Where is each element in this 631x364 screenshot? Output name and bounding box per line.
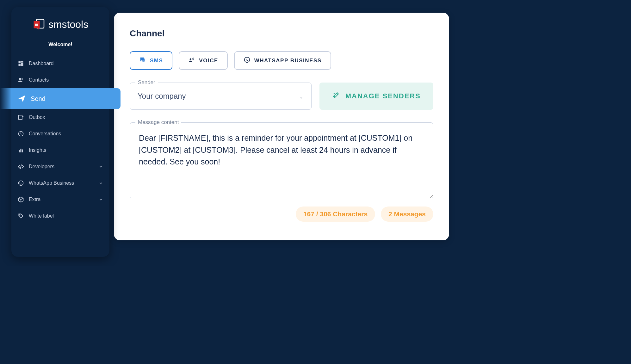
svg-point-9 — [22, 78, 23, 80]
sidebar-item-outbox[interactable]: Outbox — [11, 109, 109, 126]
sidebar-item-label: Outbox — [29, 114, 103, 120]
message-label: Message content — [135, 119, 181, 126]
svg-rect-4 — [19, 61, 21, 64]
whatsapp-icon — [18, 180, 24, 186]
box-icon — [18, 196, 24, 203]
send-icon — [18, 95, 26, 103]
sender-select[interactable]: Your company — [130, 83, 312, 110]
tools-icon — [332, 91, 340, 101]
sidebar-item-extra[interactable]: Extra — [11, 191, 109, 208]
message-field: Message content — [130, 122, 433, 200]
page-title: Channel — [130, 28, 433, 39]
channel-tabs: SMS VOICE WHATSAPP BUSINESS — [130, 51, 433, 70]
counters: 167 / 306 Characters 2 Messages — [130, 207, 433, 222]
sidebar-item-label: Dashboard — [29, 61, 103, 66]
sender-value: Your company — [138, 92, 186, 101]
svg-rect-7 — [19, 64, 21, 66]
svg-rect-10 — [19, 115, 22, 119]
chevron-down-icon — [99, 197, 103, 202]
svg-point-18 — [244, 57, 250, 63]
logo-text: smstools — [48, 19, 88, 30]
sidebar-item-dashboard[interactable]: Dashboard — [11, 55, 109, 72]
sidebar-item-label: Extra — [29, 197, 94, 202]
svg-rect-5 — [21, 61, 23, 63]
main-card: Channel SMS VOICE WHATSAPP BUSINESS Send… — [114, 13, 449, 240]
voice-icon — [188, 56, 195, 65]
tab-voice[interactable]: VOICE — [179, 51, 227, 70]
chevron-down-icon — [99, 164, 103, 169]
sidebar-item-whatsapp-business[interactable]: WhatsApp Business — [11, 175, 109, 191]
char-counter: 167 / 306 Characters — [296, 207, 375, 222]
svg-point-16 — [19, 214, 20, 215]
logo: smstools — [11, 18, 109, 31]
svg-rect-13 — [20, 149, 21, 152]
sidebar-item-white-label[interactable]: White label — [11, 208, 109, 224]
whitelabel-icon — [18, 213, 24, 219]
dropdown-icon — [299, 94, 304, 99]
manage-senders-button[interactable]: MANAGE SENDERS — [319, 83, 433, 110]
sidebar-item-label: White label — [29, 213, 103, 219]
svg-rect-14 — [22, 150, 23, 152]
svg-point-17 — [190, 58, 192, 60]
svg-point-8 — [19, 78, 21, 80]
message-textarea[interactable] — [130, 122, 433, 198]
dashboard-icon — [18, 60, 24, 67]
insights-icon — [18, 147, 24, 153]
sidebar-item-label: Contacts — [29, 77, 103, 83]
tab-sms[interactable]: SMS — [130, 51, 172, 70]
sidebar-item-label: Developers — [29, 164, 94, 170]
sidebar-item-send[interactable]: Send — [11, 88, 121, 109]
conversations-icon — [18, 131, 24, 137]
tab-label: WHATSAPP BUSINESS — [254, 58, 322, 64]
contacts-icon — [18, 77, 24, 83]
sidebar-item-label: Send — [31, 95, 114, 102]
sidebar-item-label: WhatsApp Business — [29, 180, 94, 186]
sidebar-item-insights[interactable]: Insights — [11, 142, 109, 158]
logo-icon — [33, 18, 45, 31]
sidebar: smstools Welcome! Dashboard Contacts Sen… — [11, 7, 109, 257]
svg-rect-12 — [19, 150, 20, 152]
sidebar-item-label: Conversations — [29, 131, 103, 137]
whatsapp-icon — [244, 56, 251, 65]
sender-label: Sender — [135, 79, 158, 86]
sidebar-item-conversations[interactable]: Conversations — [11, 126, 109, 142]
chevron-down-icon — [99, 181, 103, 185]
svg-rect-6 — [21, 63, 23, 66]
sidebar-item-developers[interactable]: Developers — [11, 158, 109, 175]
message-counter: 2 Messages — [381, 207, 433, 222]
manage-senders-label: MANAGE SENDERS — [345, 92, 421, 100]
sidebar-item-contacts[interactable]: Contacts — [11, 72, 109, 88]
sidebar-item-label: Insights — [29, 147, 103, 153]
code-icon — [18, 163, 24, 170]
tab-label: SMS — [150, 58, 163, 64]
sender-field: Sender Your company MANAGE SENDERS — [130, 83, 433, 110]
svg-point-15 — [19, 181, 23, 186]
welcome-text: Welcome! — [11, 42, 109, 47]
outbox-icon — [18, 114, 24, 120]
sms-icon — [139, 56, 146, 65]
tab-label: VOICE — [199, 58, 218, 64]
tab-whatsapp-business[interactable]: WHATSAPP BUSINESS — [234, 51, 331, 70]
